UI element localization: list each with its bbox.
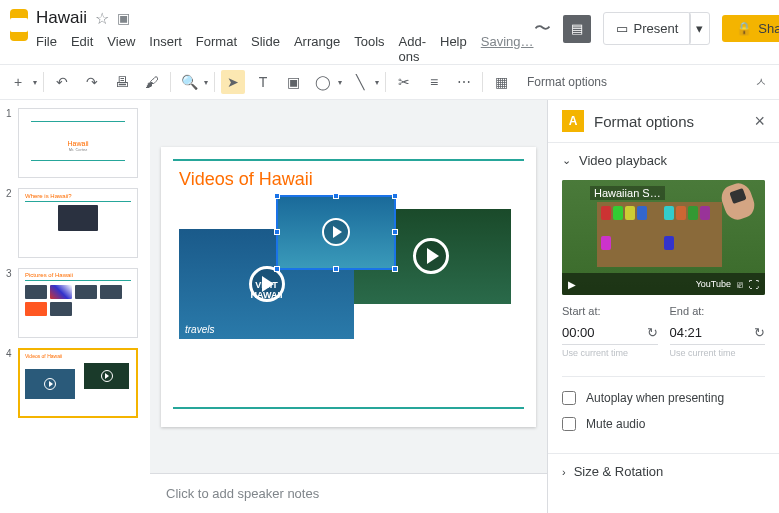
shape-tool[interactable]: ◯	[311, 70, 335, 94]
slide-title[interactable]: Videos of Hawaii	[179, 169, 313, 190]
slide-number: 1	[6, 108, 14, 178]
present-button[interactable]: ▭ Present	[603, 12, 692, 45]
move-folder-icon[interactable]: ▣	[117, 10, 130, 26]
speaker-notes[interactable]: Click to add speaker notes	[150, 473, 547, 513]
menu-tools[interactable]: Tools	[354, 34, 384, 64]
chevron-right-icon: ›	[562, 466, 566, 478]
lock-icon: 🔒	[736, 21, 752, 36]
print-button[interactable]: 🖶	[110, 70, 134, 94]
mute-audio-checkbox[interactable]: Mute audio	[562, 417, 765, 431]
resize-handle[interactable]	[392, 193, 398, 199]
line-tool[interactable]: ╲	[348, 70, 372, 94]
toolbar: +▾ ↶ ↷ 🖶 🖌 🔍▾ ➤ T ▣ ◯▾ ╲▾ ✂ ≡ ⋯ ▦ Format…	[0, 64, 779, 100]
size-rotation-section[interactable]: › Size & Rotation	[562, 464, 765, 479]
line-weight-icon[interactable]: ≡	[422, 70, 446, 94]
line-dash-icon[interactable]: ⋯	[452, 70, 476, 94]
menu-format[interactable]: Format	[196, 34, 237, 64]
end-at-input[interactable]	[670, 325, 755, 340]
slide-number: 3	[6, 268, 14, 338]
undo-button[interactable]: ↶	[50, 70, 74, 94]
menu-addons[interactable]: Add-ons	[399, 34, 426, 64]
present-icon: ▭	[616, 21, 628, 36]
share-button[interactable]: 🔒 Share	[722, 15, 779, 42]
resize-handle[interactable]	[392, 229, 398, 235]
youtube-label[interactable]: YouTube	[696, 279, 731, 289]
start-at-input[interactable]	[562, 325, 647, 340]
menu-file[interactable]: File	[36, 34, 57, 64]
resize-handle[interactable]	[274, 266, 280, 272]
use-current-start[interactable]: Use current time	[562, 348, 658, 358]
close-icon[interactable]: ×	[754, 111, 765, 132]
menu-slide[interactable]: Slide	[251, 34, 280, 64]
chevron-down-icon: ⌄	[562, 154, 571, 167]
video-preview[interactable]: Hawaiian S… ▶ YouTube ⎚ ⛶	[562, 180, 765, 295]
activity-icon[interactable]: 〜	[534, 17, 551, 40]
format-icon: A	[562, 110, 584, 132]
sidebar-title: Format options	[594, 113, 744, 130]
slide-thumb-1[interactable]: Hawaii Mr. Cortez	[18, 108, 138, 178]
menu-arrange[interactable]: Arrange	[294, 34, 340, 64]
textbox-tool[interactable]: T	[251, 70, 275, 94]
menu-view[interactable]: View	[107, 34, 135, 64]
autoplay-checkbox[interactable]: Autoplay when presenting	[562, 391, 765, 405]
position-icon[interactable]: ▦	[489, 70, 513, 94]
resize-handle[interactable]	[274, 229, 280, 235]
slide-thumb-4[interactable]: Videos of Hawaii	[18, 348, 138, 418]
collapse-toolbar-icon[interactable]: ㅅ	[755, 74, 767, 91]
slide-canvas[interactable]: Videos of Hawaii VISITHAWAII travels	[161, 147, 536, 427]
cast-icon[interactable]: ⎚	[737, 279, 743, 290]
format-options-sidebar: A Format options × ⌄ Video playback Hawa…	[547, 100, 779, 513]
slide-thumb-3[interactable]: Pictures of Hawaii	[18, 268, 138, 338]
resize-handle[interactable]	[392, 266, 398, 272]
saving-status: Saving…	[481, 34, 534, 64]
refresh-icon[interactable]: ↻	[647, 325, 658, 340]
present-dropdown[interactable]: ▾	[689, 12, 710, 45]
use-current-end[interactable]: Use current time	[670, 348, 766, 358]
app-logo[interactable]	[10, 9, 28, 41]
comments-button[interactable]: ▤	[563, 15, 591, 43]
video-selected[interactable]	[276, 195, 396, 270]
start-at-label: Start at:	[562, 305, 658, 317]
menu-insert[interactable]: Insert	[149, 34, 182, 64]
refresh-icon[interactable]: ↻	[754, 325, 765, 340]
video-playback-section[interactable]: ⌄ Video playback	[562, 153, 765, 168]
resize-handle[interactable]	[333, 266, 339, 272]
slide-number: 2	[6, 188, 14, 258]
resize-handle[interactable]	[333, 193, 339, 199]
end-at-label: End at:	[670, 305, 766, 317]
crop-icon[interactable]: ✂	[392, 70, 416, 94]
fullscreen-icon[interactable]: ⛶	[749, 279, 759, 290]
slide-thumb-2[interactable]: Where is Hawaii?	[18, 188, 138, 258]
menu-edit[interactable]: Edit	[71, 34, 93, 64]
new-slide-button[interactable]: +	[6, 70, 30, 94]
image-tool[interactable]: ▣	[281, 70, 305, 94]
redo-button[interactable]: ↷	[80, 70, 104, 94]
select-tool[interactable]: ➤	[221, 70, 245, 94]
star-icon[interactable]: ☆	[95, 9, 109, 28]
paint-format-button[interactable]: 🖌	[140, 70, 164, 94]
preview-play-icon[interactable]: ▶	[568, 279, 576, 290]
format-options-button[interactable]: Format options	[519, 75, 615, 89]
doc-title[interactable]: Hawaii	[36, 8, 87, 28]
zoom-button[interactable]: 🔍	[177, 70, 201, 94]
menu-help[interactable]: Help	[440, 34, 467, 64]
resize-handle[interactable]	[274, 193, 280, 199]
filmstrip: 1 Hawaii Mr. Cortez 2 Where is Hawaii? 3…	[0, 100, 150, 513]
slide-number: 4	[6, 348, 14, 418]
menubar: File Edit View Insert Format Slide Arran…	[36, 34, 534, 64]
